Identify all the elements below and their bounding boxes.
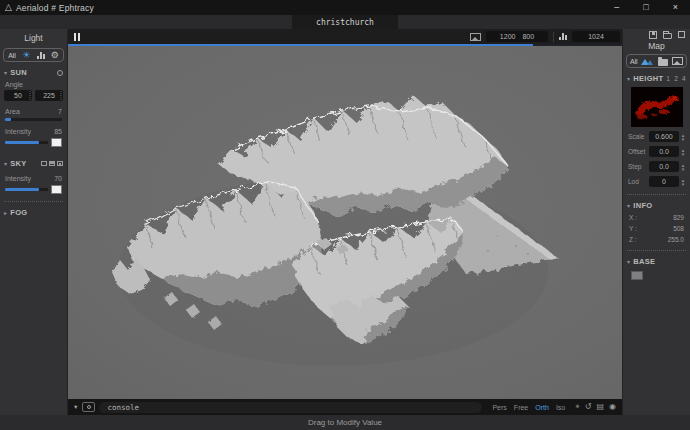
gear-icon[interactable]: ⚙: [51, 50, 59, 60]
offset-field[interactable]: 0.0: [649, 146, 679, 157]
lod-1-button[interactable]: 1: [666, 75, 670, 82]
view-mode-pers[interactable]: Pers: [492, 404, 506, 411]
base-section-header[interactable]: ▾ BASE: [623, 257, 690, 266]
step-field[interactable]: 0.0: [649, 161, 679, 172]
sun-angle-x-field[interactable]: 50: [4, 90, 32, 101]
sky-image-icon[interactable]: [57, 161, 63, 166]
info-z-label: Z :: [629, 236, 637, 243]
step-down-icon[interactable]: ▾: [682, 182, 685, 186]
maximize-button[interactable]: □: [643, 0, 648, 15]
sun-intensity-value: 85: [54, 128, 62, 135]
view-mode-iso[interactable]: Iso: [556, 404, 565, 411]
console-input[interactable]: [99, 402, 482, 413]
sky-gradient-icon[interactable]: [49, 161, 55, 166]
step-stepper[interactable]: ▴ ▾: [679, 163, 687, 171]
view-mode-free[interactable]: Free: [514, 404, 528, 411]
film-icon[interactable]: ▤: [596, 402, 604, 412]
view-mode-orth[interactable]: Orth: [535, 404, 549, 411]
step-down-icon[interactable]: ▾: [682, 167, 685, 171]
expand-icon[interactable]: [678, 31, 685, 38]
window-title: Aerialod # Ephtracy: [16, 3, 94, 13]
info-arrow-icon: ▾: [627, 202, 630, 209]
render-resolution-field[interactable]: 1200 800: [486, 31, 548, 42]
render-height-value: 800: [522, 33, 534, 40]
tab-christchurch[interactable]: christchurch: [292, 15, 398, 29]
camera-button[interactable]: [82, 402, 95, 412]
light-panel-header[interactable]: Light: [0, 29, 67, 46]
render-image-icon[interactable]: [470, 33, 481, 41]
minimize-button[interactable]: –: [614, 0, 619, 15]
render-samples-field[interactable]: 1024: [572, 31, 620, 42]
save-icon[interactable]: [649, 31, 657, 39]
sun-color-swatch[interactable]: [51, 138, 62, 147]
reset-view-icon[interactable]: ↺: [585, 402, 592, 412]
lod-4-button[interactable]: 4: [682, 75, 686, 82]
sky-color-swatch[interactable]: [51, 185, 62, 194]
mountain-icon[interactable]: [641, 58, 654, 65]
divider: [627, 194, 686, 195]
sun-angle-label: Angle: [5, 81, 67, 88]
step-label: Step: [626, 163, 649, 170]
sky-intensity-slider[interactable]: [5, 188, 48, 191]
scale-stepper[interactable]: ▴ ▾: [679, 133, 687, 141]
globe-icon[interactable]: ◉: [609, 402, 616, 412]
lod-buttons: 1 2 4: [666, 75, 686, 82]
step-down-icon[interactable]: ▾: [682, 152, 685, 156]
sun-toggle-icon[interactable]: [57, 70, 63, 76]
map-panel: Map All ▾ HEIGHT 1 2 4: [622, 29, 690, 415]
base-color-swatch[interactable]: [631, 271, 643, 280]
folder-icon[interactable]: [658, 57, 668, 66]
lod-stepper[interactable]: ▴ ▾: [679, 178, 687, 186]
sky-color-icon[interactable]: [41, 161, 47, 166]
console-icons: ⌖ ↺ ▤ ◉: [575, 402, 616, 412]
sun-area-value: 7: [58, 108, 62, 115]
tab-bar: christchurch: [0, 15, 690, 29]
heightmap-thumbnail[interactable]: [631, 87, 683, 127]
view-mode-group: Pers Free Orth Iso: [492, 404, 565, 411]
light-panel: Light All ☀ ⚙ ▾ SUN Angle 50 225 Area 7 …: [0, 29, 68, 415]
info-x-value: 829: [673, 214, 684, 221]
open-folder-icon[interactable]: [663, 33, 672, 39]
map-panel-header[interactable]: Map: [623, 40, 690, 52]
sun-section-header[interactable]: ▾ SUN: [0, 68, 67, 77]
step-down-icon[interactable]: ▾: [682, 137, 685, 141]
sun-intensity-slider[interactable]: [5, 141, 48, 144]
sky-intensity-row: Intensity 70: [0, 175, 67, 182]
sun-icon[interactable]: ☀: [22, 50, 30, 60]
sun-section-title: SUN: [10, 68, 27, 77]
map-all-button[interactable]: All: [630, 58, 638, 65]
console-bar: ▼ Pers Free Orth Iso ⌖ ↺ ▤ ◉: [68, 399, 622, 415]
samples-chart-icon[interactable]: [559, 33, 567, 40]
sky-section-header[interactable]: ▾ SKY: [0, 159, 67, 168]
lod-2-button[interactable]: 2: [674, 75, 678, 82]
render-canvas[interactable]: [68, 46, 622, 399]
close-button[interactable]: ×: [673, 0, 678, 15]
fog-section-header[interactable]: ▸ FOG: [0, 208, 67, 217]
histogram-icon[interactable]: [37, 52, 45, 59]
sun-intensity-label: Intensity: [5, 128, 31, 135]
lod-row: Lod 0 ▴ ▾: [626, 176, 687, 187]
app-logo-icon: △: [5, 0, 12, 15]
info-x-row: X : 829: [623, 214, 690, 221]
step-row: Step 0.0 ▴ ▾: [626, 161, 687, 172]
sky-mode-icons: [41, 161, 63, 166]
base-arrow-icon: ▾: [627, 258, 630, 265]
divider: [553, 32, 554, 42]
lod-field[interactable]: 0: [649, 176, 679, 187]
light-all-button[interactable]: All: [8, 52, 16, 59]
info-section-header[interactable]: ▾ INFO: [623, 201, 690, 210]
sun-angle-y-field[interactable]: 225: [35, 90, 63, 101]
console-dropdown-icon[interactable]: ▼: [73, 404, 78, 410]
map-filter-group: All: [626, 54, 687, 68]
app-window: △ Aerialod # Ephtracy – □ × christchurch…: [0, 0, 690, 430]
height-section-header[interactable]: ▾ HEIGHT 1 2 4: [623, 74, 690, 83]
image-icon[interactable]: [672, 57, 683, 65]
scale-label: Scale: [626, 133, 649, 140]
pause-button[interactable]: [74, 33, 80, 41]
info-z-value: 255.0: [668, 236, 684, 243]
sun-area-slider[interactable]: [5, 118, 62, 121]
target-icon[interactable]: ⌖: [575, 402, 580, 412]
scale-field[interactable]: 0.600: [649, 131, 679, 142]
sun-arrow-icon: ▾: [4, 69, 7, 76]
offset-stepper[interactable]: ▴ ▾: [679, 148, 687, 156]
